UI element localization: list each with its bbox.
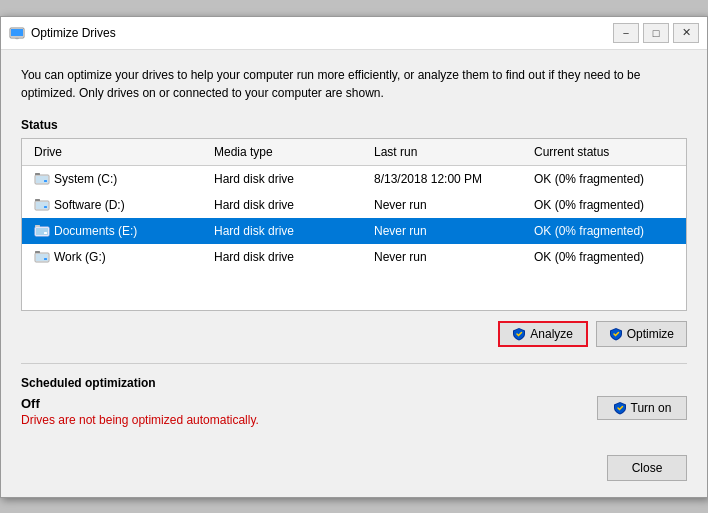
svg-rect-14 xyxy=(44,232,47,234)
bottom-row: Close xyxy=(21,447,687,481)
cell-lastrun-1: Never run xyxy=(370,195,530,215)
svg-rect-10 xyxy=(44,206,47,208)
drive-icon-0 xyxy=(34,171,50,187)
turn-on-button[interactable]: Turn on xyxy=(597,396,687,420)
shield-analyze-icon xyxy=(512,327,526,341)
header-current-status: Current status xyxy=(530,143,678,161)
scheduled-label: Scheduled optimization xyxy=(21,376,687,390)
cell-drive-0: System (C:) xyxy=(30,169,210,189)
main-window: Optimize Drives − □ ✕ You can optimize y… xyxy=(0,16,708,498)
table-row[interactable]: System (C:) Hard disk drive 8/13/2018 12… xyxy=(22,166,686,192)
turn-on-label: Turn on xyxy=(631,401,672,415)
window-content: You can optimize your drives to help you… xyxy=(1,50,707,497)
title-bar: Optimize Drives − □ ✕ xyxy=(1,17,707,50)
table-row[interactable]: Software (D:) Hard disk drive Never run … xyxy=(22,192,686,218)
svg-rect-11 xyxy=(35,199,40,201)
header-media-type: Media type xyxy=(210,143,370,161)
svg-rect-15 xyxy=(35,225,40,227)
svg-rect-1 xyxy=(11,29,23,36)
table-empty-space xyxy=(22,270,686,310)
scheduled-left: Off Drives are not being optimized autom… xyxy=(21,396,259,427)
cell-lastrun-0: 8/13/2018 12:00 PM xyxy=(370,169,530,189)
drives-table: Drive Media type Last run Current status xyxy=(21,138,687,311)
status-section-label: Status xyxy=(21,118,687,132)
svg-rect-7 xyxy=(35,173,40,175)
section-divider xyxy=(21,363,687,364)
description-text: You can optimize your drives to help you… xyxy=(21,66,687,102)
cell-lastrun-3: Never run xyxy=(370,247,530,267)
cell-drive-3: Work (G:) xyxy=(30,247,210,267)
minimize-button[interactable]: − xyxy=(613,23,639,43)
scheduled-header: Off Drives are not being optimized autom… xyxy=(21,396,687,427)
cell-status-2: OK (0% fragmented) xyxy=(530,221,678,241)
svg-rect-19 xyxy=(35,251,40,253)
svg-rect-18 xyxy=(44,258,47,260)
header-drive: Drive xyxy=(30,143,210,161)
cell-media-2: Hard disk drive xyxy=(210,221,370,241)
maximize-button[interactable]: □ xyxy=(643,23,669,43)
drive-icon-2 xyxy=(34,223,50,239)
analyze-label: Analyze xyxy=(530,327,573,341)
action-buttons: Analyze Optimize xyxy=(21,321,687,347)
drive-icon-3 xyxy=(34,249,50,265)
cell-status-3: OK (0% fragmented) xyxy=(530,247,678,267)
cell-media-1: Hard disk drive xyxy=(210,195,370,215)
shield-optimize-icon xyxy=(609,327,623,341)
cell-media-3: Hard disk drive xyxy=(210,247,370,267)
close-title-button[interactable]: ✕ xyxy=(673,23,699,43)
title-bar-controls: − □ ✕ xyxy=(613,23,699,43)
cell-status-0: OK (0% fragmented) xyxy=(530,169,678,189)
cell-lastrun-2: Never run xyxy=(370,221,530,241)
scheduled-description: Drives are not being optimized automatic… xyxy=(21,413,259,427)
svg-rect-6 xyxy=(44,180,47,182)
cell-status-1: OK (0% fragmented) xyxy=(530,195,678,215)
cell-media-0: Hard disk drive xyxy=(210,169,370,189)
optimize-button[interactable]: Optimize xyxy=(596,321,687,347)
svg-rect-2 xyxy=(11,36,23,37)
table-row[interactable]: Work (G:) Hard disk drive Never run OK (… xyxy=(22,244,686,270)
scheduled-status: Off xyxy=(21,396,259,411)
header-last-run: Last run xyxy=(370,143,530,161)
cell-drive-1: Software (D:) xyxy=(30,195,210,215)
close-button[interactable]: Close xyxy=(607,455,687,481)
shield-turnon-icon xyxy=(613,401,627,415)
window-icon xyxy=(9,25,25,41)
svg-point-3 xyxy=(15,37,19,38)
analyze-button[interactable]: Analyze xyxy=(498,321,588,347)
cell-drive-2: Documents (E:) xyxy=(30,221,210,241)
window-title: Optimize Drives xyxy=(31,26,613,40)
optimize-label: Optimize xyxy=(627,327,674,341)
table-header: Drive Media type Last run Current status xyxy=(22,139,686,166)
table-row-selected[interactable]: Documents (E:) Hard disk drive Never run… xyxy=(22,218,686,244)
drive-icon-1 xyxy=(34,197,50,213)
scheduled-section: Scheduled optimization Off Drives are no… xyxy=(21,376,687,427)
